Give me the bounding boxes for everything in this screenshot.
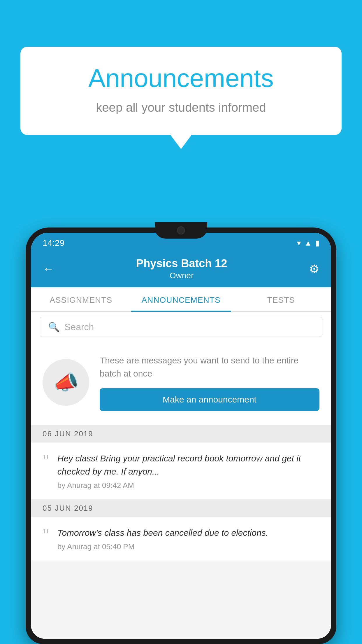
announcement-text-2: Tomorrow's class has been cancelled due …	[57, 526, 268, 539]
status-time: 14:29	[43, 238, 64, 248]
phone-notch	[155, 222, 207, 239]
speech-bubble: Announcements keep all your students inf…	[20, 47, 342, 135]
phone-device: 14:29 ▾ ▲ ▮ ← Physics Batch 12 Owner ⚙	[26, 228, 336, 644]
wifi-icon: ▾	[297, 239, 301, 248]
announcement-content-1: Hey class! Bring your practical record b…	[57, 452, 319, 490]
date-divider-2: 05 JUN 2019	[31, 500, 331, 517]
phone-camera	[177, 226, 185, 235]
header-title-group: Physics Batch 12 Owner	[136, 257, 227, 280]
speech-bubble-subtitle: keep all your students informed	[44, 101, 318, 115]
tab-announcements[interactable]: ANNOUNCEMENTS	[131, 287, 231, 311]
announcement-meta-1: by Anurag at 09:42 AM	[57, 481, 319, 490]
make-announcement-button[interactable]: Make an announcement	[100, 388, 319, 411]
signal-icon: ▲	[304, 239, 312, 248]
quote-icon-1: "	[43, 454, 49, 467]
app-header: ← Physics Batch 12 Owner ⚙	[31, 251, 331, 287]
announcement-icon-circle: 📣	[43, 359, 89, 406]
speech-bubble-title: Announcements	[44, 64, 318, 92]
screen-content: 🔍 Search 📣 These are messages you want t…	[31, 312, 331, 639]
announcement-text-1: Hey class! Bring your practical record b…	[57, 452, 319, 478]
announcement-item-1: " Hey class! Bring your practical record…	[31, 442, 331, 500]
phone-outer: 14:29 ▾ ▲ ▮ ← Physics Batch 12 Owner ⚙	[26, 228, 336, 644]
search-input-wrapper[interactable]: 🔍 Search	[40, 317, 322, 337]
announcement-description: These are messages you want to send to t…	[100, 354, 319, 380]
date-divider-1: 06 JUN 2019	[31, 425, 331, 442]
announcement-meta-2: by Anurag at 05:40 PM	[57, 542, 268, 551]
quote-icon-2: "	[43, 528, 49, 542]
header-subtitle: Owner	[136, 271, 227, 280]
speech-bubble-tail	[171, 135, 191, 149]
tabs-bar: ASSIGNMENTS ANNOUNCEMENTS TESTS	[31, 287, 331, 312]
gear-icon[interactable]: ⚙	[309, 262, 319, 276]
announcement-intro-right: These are messages you want to send to t…	[100, 354, 319, 411]
header-title: Physics Batch 12	[136, 257, 227, 270]
battery-icon: ▮	[315, 239, 319, 248]
announcement-intro: 📣 These are messages you want to send to…	[31, 342, 331, 425]
megaphone-icon: 📣	[53, 370, 79, 394]
search-bar: 🔍 Search	[31, 312, 331, 342]
search-icon: 🔍	[48, 321, 60, 332]
status-icons: ▾ ▲ ▮	[297, 239, 319, 248]
tab-assignments[interactable]: ASSIGNMENTS	[31, 287, 131, 311]
search-input[interactable]: Search	[64, 322, 94, 332]
phone-screen: 14:29 ▾ ▲ ▮ ← Physics Batch 12 Owner ⚙	[31, 233, 331, 639]
back-button[interactable]: ←	[43, 262, 54, 275]
announcement-item-2: " Tomorrow's class has been cancelled du…	[31, 517, 331, 561]
tab-tests[interactable]: TESTS	[231, 287, 331, 311]
announcement-content-2: Tomorrow's class has been cancelled due …	[57, 526, 268, 551]
speech-bubble-section: Announcements keep all your students inf…	[20, 47, 342, 149]
